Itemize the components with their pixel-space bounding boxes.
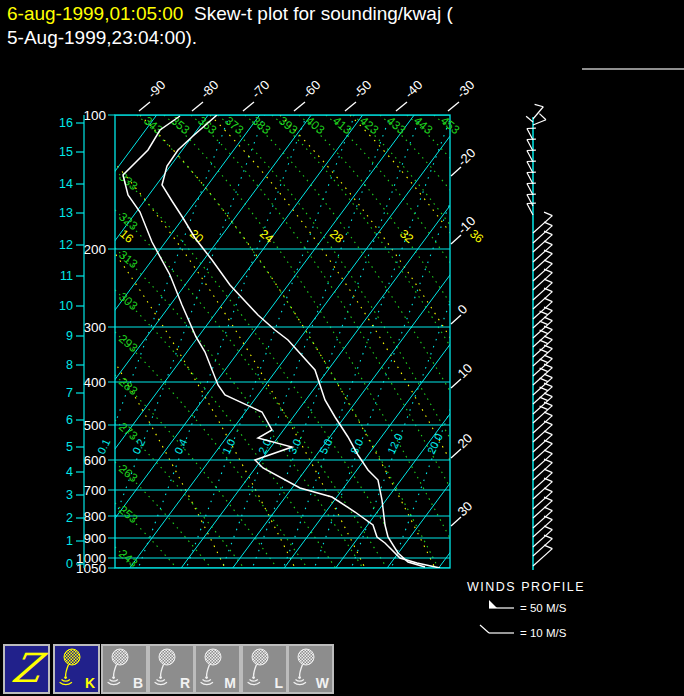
svg-text:28: 28 bbox=[327, 227, 346, 247]
wind-profile bbox=[526, 104, 552, 570]
svg-text:-70: -70 bbox=[249, 77, 273, 101]
pressure-label: 500 bbox=[83, 418, 106, 433]
pressure-label: 1050 bbox=[76, 561, 106, 576]
svg-text:293: 293 bbox=[116, 332, 141, 356]
toolbar-button-k[interactable]: K bbox=[53, 644, 100, 694]
svg-text:-80: -80 bbox=[198, 77, 222, 101]
svg-text:0: 0 bbox=[455, 301, 471, 317]
svg-text:1.0: 1.0 bbox=[220, 437, 237, 456]
button-label: W bbox=[316, 675, 329, 691]
svg-text:-90: -90 bbox=[145, 77, 169, 101]
radiosonde-icon bbox=[105, 648, 135, 690]
svg-text:263: 263 bbox=[116, 462, 141, 486]
height-label: 8 bbox=[66, 358, 73, 372]
button-label: L bbox=[274, 675, 283, 691]
pressure-label: 900 bbox=[83, 531, 106, 546]
height-label: 0 bbox=[66, 557, 73, 571]
winds-profile-title: WINDS PROFILE bbox=[467, 580, 585, 594]
toolbar-button-l[interactable]: L bbox=[241, 644, 288, 694]
svg-text:253: 253 bbox=[116, 503, 141, 527]
height-label: 12 bbox=[59, 238, 73, 252]
svg-text:-30: -30 bbox=[454, 77, 478, 101]
radiosonde-icon bbox=[152, 648, 182, 690]
svg-text:353: 353 bbox=[168, 114, 193, 138]
pressure-label: 700 bbox=[83, 483, 106, 498]
height-label: 6 bbox=[66, 413, 73, 427]
pressure-label: 100 bbox=[83, 108, 106, 123]
toolbar-button-r[interactable]: R bbox=[148, 644, 195, 694]
button-label: R bbox=[180, 675, 190, 691]
svg-text:283: 283 bbox=[116, 375, 141, 399]
svg-text:453: 453 bbox=[438, 114, 463, 138]
svg-text:0.1: 0.1 bbox=[95, 437, 112, 456]
button-label: M bbox=[224, 675, 236, 691]
height-label: 2 bbox=[66, 511, 73, 525]
height-label: 1 bbox=[66, 534, 73, 548]
svg-text:12.0: 12.0 bbox=[385, 431, 405, 455]
svg-text:30: 30 bbox=[455, 498, 476, 519]
pressure-axis bbox=[108, 115, 115, 568]
radiosonde-icon bbox=[57, 648, 87, 690]
temp-axis-top bbox=[139, 102, 459, 111]
button-label: K bbox=[85, 675, 95, 691]
toolbar-button-w[interactable]: W bbox=[287, 644, 334, 694]
radiosonde-icon bbox=[245, 648, 275, 690]
svg-text:303: 303 bbox=[116, 290, 141, 314]
svg-text:333: 333 bbox=[116, 170, 141, 194]
dewpoint-trace bbox=[123, 116, 440, 568]
svg-text:-40: -40 bbox=[402, 77, 426, 101]
wind-legend-label: = 10 M/S bbox=[520, 627, 567, 639]
wind-legend bbox=[480, 600, 514, 640]
svg-text:403: 403 bbox=[303, 114, 328, 138]
height-label: 11 bbox=[60, 269, 73, 283]
height-label: 3 bbox=[66, 488, 73, 502]
toolbar-button-b[interactable]: B bbox=[101, 644, 148, 694]
svg-text:363: 363 bbox=[195, 114, 220, 138]
height-label: 5 bbox=[66, 440, 73, 454]
height-label: 9 bbox=[66, 329, 73, 343]
svg-text:10: 10 bbox=[455, 360, 476, 381]
svg-text:413: 413 bbox=[330, 114, 355, 138]
svg-text:-60: -60 bbox=[300, 77, 324, 101]
svg-text:20.0: 20.0 bbox=[425, 431, 445, 455]
pressure-label: 400 bbox=[83, 375, 106, 390]
svg-text:20: 20 bbox=[455, 430, 476, 451]
toolbar-button-m[interactable]: M bbox=[194, 644, 241, 694]
pressure-label: 200 bbox=[83, 242, 106, 257]
height-label: 4 bbox=[66, 465, 73, 479]
svg-text:0.4: 0.4 bbox=[172, 437, 189, 456]
svg-text:-50: -50 bbox=[351, 77, 375, 101]
wind-legend-label: = 50 M/S bbox=[520, 602, 567, 614]
svg-text:32: 32 bbox=[397, 227, 416, 247]
skewt-chart: 1002003004005006007008009001000105016151… bbox=[0, 0, 684, 640]
button-label: B bbox=[133, 675, 143, 691]
height-label: 15 bbox=[59, 145, 73, 159]
zoom-z-icon: Z bbox=[1, 646, 52, 690]
pressure-label: 300 bbox=[83, 320, 106, 335]
svg-text:443: 443 bbox=[411, 114, 436, 138]
svg-text:24: 24 bbox=[257, 227, 276, 247]
pressure-label: 800 bbox=[83, 509, 106, 524]
svg-text:433: 433 bbox=[384, 114, 409, 138]
svg-text:313: 313 bbox=[116, 248, 141, 272]
svg-text:5.0: 5.0 bbox=[317, 437, 334, 456]
height-label: 7 bbox=[66, 386, 73, 400]
svg-text:-20: -20 bbox=[455, 145, 479, 169]
height-axis bbox=[76, 115, 84, 568]
toolbar-button-zoom[interactable]: Z bbox=[3, 644, 50, 694]
toolbar: Z K B R bbox=[0, 642, 684, 696]
svg-text:373: 373 bbox=[222, 114, 247, 138]
height-label: 16 bbox=[59, 116, 73, 130]
svg-text:243: 243 bbox=[116, 547, 141, 571]
height-label: 13 bbox=[59, 206, 73, 220]
svg-text:383: 383 bbox=[249, 114, 274, 138]
svg-text:343: 343 bbox=[141, 114, 166, 138]
height-label: 14 bbox=[59, 177, 73, 191]
height-label: 10 bbox=[59, 299, 73, 313]
